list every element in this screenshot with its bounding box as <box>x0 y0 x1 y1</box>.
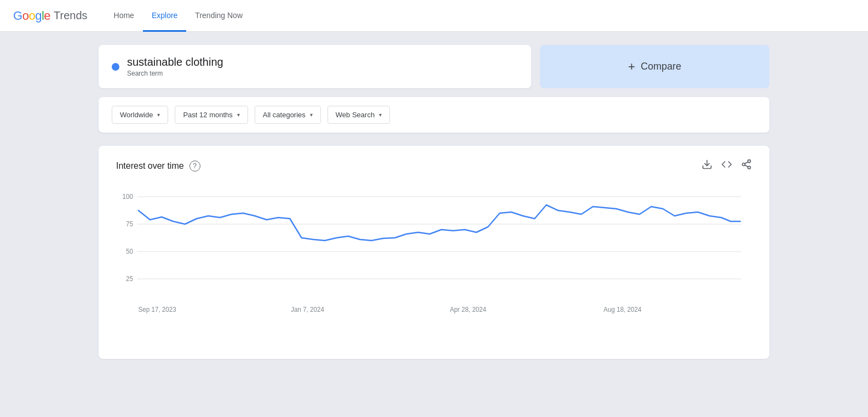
main-nav: Home Explore Trending Now <box>105 0 251 31</box>
filter-category[interactable]: All categories ▾ <box>255 106 321 124</box>
svg-text:Jan 7, 2024: Jan 7, 2024 <box>291 306 324 313</box>
embed-icon[interactable] <box>721 159 732 173</box>
filter-search-type-label: Web Search <box>336 111 375 119</box>
svg-text:Sep 17, 2023: Sep 17, 2023 <box>139 306 176 313</box>
chevron-down-icon: ▾ <box>379 112 382 118</box>
svg-text:75: 75 <box>126 220 133 228</box>
filter-time-label: Past 12 months <box>183 111 232 119</box>
logo-google-text: Google <box>13 9 50 23</box>
term-type: Search term <box>127 70 223 77</box>
header: Google Trends Home Explore Trending Now <box>0 0 868 32</box>
main-content: sustainable clothing Search term + Compa… <box>0 32 868 372</box>
help-icon[interactable]: ? <box>189 161 200 172</box>
compare-plus-icon: + <box>628 60 635 74</box>
filter-search-type[interactable]: Web Search ▾ <box>327 106 390 124</box>
chart-title: Interest over time <box>116 161 184 171</box>
chart-actions <box>702 159 752 173</box>
logo[interactable]: Google Trends <box>13 9 88 23</box>
chart-header: Interest over time ? <box>116 159 752 173</box>
search-area: sustainable clothing Search term + Compa… <box>99 45 769 88</box>
share-icon[interactable] <box>741 159 752 173</box>
filter-time[interactable]: Past 12 months ▾ <box>175 106 248 124</box>
nav-trending-now[interactable]: Trending Now <box>186 1 251 32</box>
nav-explore[interactable]: Explore <box>143 1 186 32</box>
term-name: sustainable clothing <box>127 56 223 68</box>
svg-text:Aug 18, 2024: Aug 18, 2024 <box>603 306 641 313</box>
chevron-down-icon: ▾ <box>157 112 160 118</box>
download-icon[interactable] <box>702 159 712 173</box>
chart-title-area: Interest over time ? <box>116 161 200 172</box>
filter-category-label: All categories <box>263 111 306 119</box>
filter-region[interactable]: Worldwide ▾ <box>112 106 168 124</box>
interest-chart: 100 75 50 25 Sep 17, 2023 Jan 7, 2024 Ap… <box>116 186 752 339</box>
compare-label: Compare <box>641 61 681 72</box>
svg-line-5 <box>745 162 748 163</box>
interest-over-time-card: Interest over time ? <box>99 146 769 359</box>
term-dot <box>112 63 119 71</box>
compare-card[interactable]: + Compare <box>540 45 769 88</box>
chart-container: 100 75 50 25 Sep 17, 2023 Jan 7, 2024 Ap… <box>116 186 752 341</box>
term-info: sustainable clothing Search term <box>127 56 223 77</box>
filter-region-label: Worldwide <box>120 111 153 119</box>
svg-text:25: 25 <box>126 275 133 283</box>
search-term-card: sustainable clothing Search term <box>99 45 531 88</box>
svg-text:Apr 28, 2024: Apr 28, 2024 <box>450 306 487 313</box>
logo-trends-text: Trends <box>54 9 88 22</box>
chevron-down-icon: ▾ <box>310 112 313 118</box>
svg-text:50: 50 <box>126 248 133 255</box>
nav-home[interactable]: Home <box>105 1 143 32</box>
chevron-down-icon: ▾ <box>237 112 240 118</box>
svg-line-4 <box>745 165 748 167</box>
svg-text:100: 100 <box>123 193 134 201</box>
filters-bar: Worldwide ▾ Past 12 months ▾ All categor… <box>99 97 769 133</box>
